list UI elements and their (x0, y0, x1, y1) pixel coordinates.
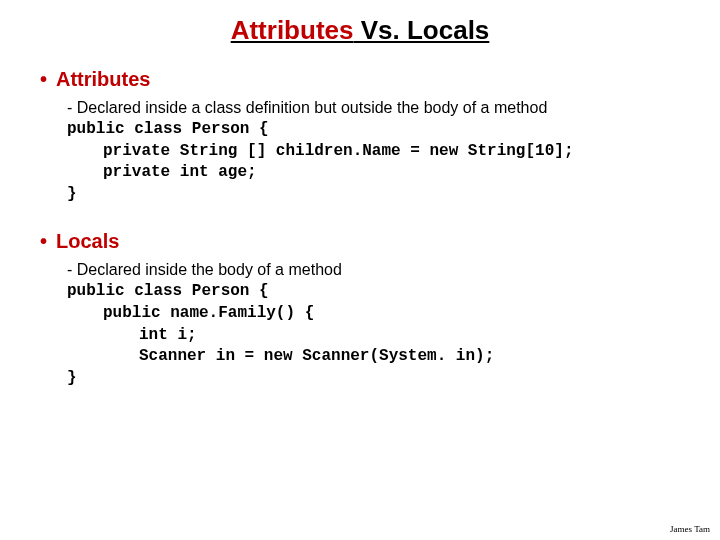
code-line: private String [] children.Name = new St… (67, 141, 685, 163)
title-red-part: Attributes (231, 15, 354, 45)
footer-author: James Tam (670, 524, 710, 534)
code-line: } (67, 184, 685, 206)
code-line: public class Person { (67, 281, 685, 303)
slide-title: Attributes Vs. Locals (35, 15, 685, 46)
code-block-locals: public class Person { public name.Family… (67, 281, 685, 389)
code-line: public name.Family() { (67, 303, 685, 325)
section-header-attributes: •Attributes (40, 68, 685, 91)
section-description: - Declared inside the body of a method (67, 261, 685, 279)
bullet-icon: • (40, 68, 56, 91)
section-header-text: Attributes (56, 68, 150, 90)
section-description: - Declared inside a class definition but… (67, 99, 685, 117)
bullet-icon: • (40, 230, 56, 253)
section-header-locals: •Locals (40, 230, 685, 253)
code-line: Scanner in = new Scanner(System. in); (67, 346, 685, 368)
section-locals: •Locals - Declared inside the body of a … (35, 230, 685, 389)
code-line: private int age; (67, 162, 685, 184)
code-line: public class Person { (67, 119, 685, 141)
code-line: } (67, 368, 685, 390)
title-black-part: Vs. Locals (353, 15, 489, 45)
code-line: int i; (67, 325, 685, 347)
section-attributes: •Attributes - Declared inside a class de… (35, 68, 685, 205)
code-block-attributes: public class Person { private String [] … (67, 119, 685, 205)
section-header-text: Locals (56, 230, 119, 252)
